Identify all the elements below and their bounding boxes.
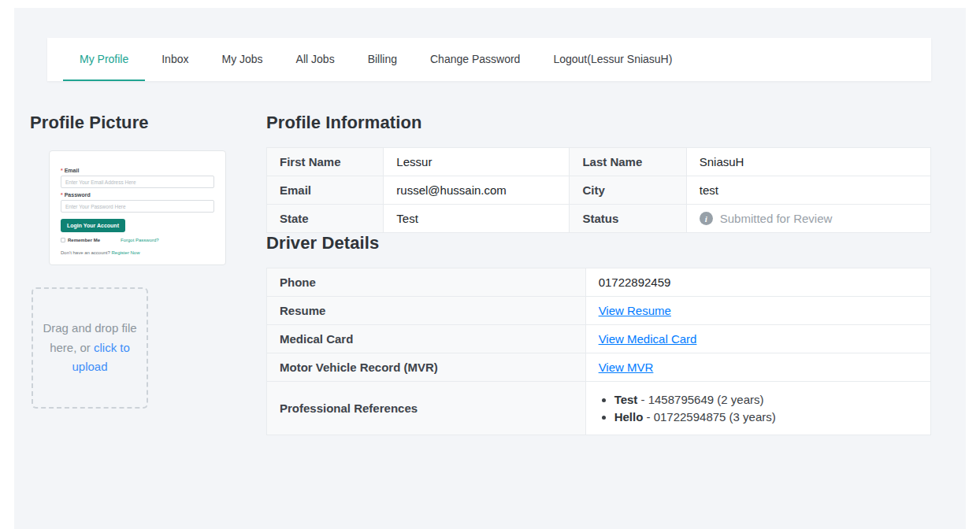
mvr-label: Motor Vehicle Record (MVR) — [267, 353, 586, 382]
driver-details-table: Phone 01722892459 Resume View Resume Med… — [266, 268, 931, 435]
preview-email-input: Enter Your Email Address Here — [61, 176, 214, 188]
status-label: Status — [570, 205, 686, 233]
profile-picture-preview-image: * Email Enter Your Email Address Here * … — [49, 150, 226, 265]
tab-all-jobs[interactable]: All Jobs — [280, 38, 351, 81]
view-resume-link[interactable]: View Resume — [599, 304, 671, 317]
phone-value: 01722892459 — [585, 268, 930, 297]
preview-password-input: Enter Your Password Here — [61, 200, 214, 213]
view-mvr-link[interactable]: View MVR — [599, 361, 654, 374]
medical-card-label: Medical Card — [267, 325, 586, 353]
view-medical-card-link[interactable]: View Medical Card — [599, 332, 697, 346]
content-area: Profile Picture * Email Enter Your Email… — [14, 81, 966, 435]
tab-change-password[interactable]: Change Password — [414, 38, 536, 81]
profile-picture-section: Profile Picture * Email Enter Your Email… — [30, 113, 266, 435]
last-name-value: SniasuH — [686, 148, 930, 176]
file-dropzone[interactable]: Drag and drop file here, or click to upl… — [32, 287, 148, 409]
table-row: State Test Status Submitted for Review — [267, 205, 931, 233]
state-value: Test — [384, 205, 570, 233]
preview-email-label: * Email — [61, 168, 214, 173]
profile-picture-title: Profile Picture — [30, 113, 266, 133]
table-row: Professional References Test - 145879564… — [267, 382, 931, 435]
professional-references-value: Test - 1458795649 (2 years) Hello - 0172… — [585, 382, 930, 435]
last-name-label: Last Name — [570, 148, 686, 176]
preview-register-link: Register Now — [112, 250, 140, 255]
email-label: Email — [267, 176, 384, 205]
table-row: Medical Card View Medical Card — [267, 325, 931, 353]
tab-my-profile[interactable]: My Profile — [63, 38, 145, 81]
medical-card-value: View Medical Card — [585, 325, 930, 353]
checkbox-icon — [61, 238, 65, 242]
status-text: Submitted for Review — [720, 212, 833, 225]
status-badge: Submitted for Review — [700, 212, 918, 225]
profile-information-section: Profile Information First Name Lessur La… — [266, 113, 931, 435]
table-row: Email russel@hussain.com City test — [267, 176, 931, 205]
state-label: State — [267, 205, 384, 233]
first-name-value: Lessur — [384, 148, 570, 176]
list-item: Hello - 01722594875 (3 years) — [614, 410, 918, 424]
preview-register-prompt: Don't have an account? — [61, 250, 110, 255]
info-icon — [700, 212, 713, 225]
preview-remember-row: Remember Me Forgot Password? — [61, 238, 214, 242]
city-value: test — [686, 176, 930, 205]
preview-login-button: Login Your Account — [61, 219, 125, 232]
table-row: First Name Lessur Last Name SniasuH — [267, 148, 931, 176]
list-item: Test - 1458795649 (2 years) — [614, 393, 918, 406]
mvr-value: View MVR — [585, 353, 930, 382]
driver-details-title: Driver Details — [266, 233, 931, 253]
references-list: Test - 1458795649 (2 years) Hello - 0172… — [599, 393, 918, 424]
profile-information-title: Profile Information — [266, 113, 931, 133]
table-row: Motor Vehicle Record (MVR) View MVR — [267, 353, 931, 382]
preview-register-row: Don't have an account? Register Now — [61, 250, 214, 255]
table-row: Resume View Resume — [267, 297, 931, 325]
profile-information-table: First Name Lessur Last Name SniasuH Emai… — [266, 147, 931, 233]
main-nav: My Profile Inbox My Jobs All Jobs Billin… — [47, 38, 931, 81]
tab-inbox[interactable]: Inbox — [145, 38, 205, 81]
phone-label: Phone — [267, 268, 586, 297]
status-value: Submitted for Review — [686, 205, 930, 233]
email-value: russel@hussain.com — [384, 176, 570, 205]
city-label: City — [570, 176, 686, 205]
resume-value: View Resume — [585, 297, 930, 325]
tab-logout[interactable]: Logout(Lessur SniasuH) — [536, 38, 689, 81]
page-background: My Profile Inbox My Jobs All Jobs Billin… — [14, 8, 966, 529]
first-name-label: First Name — [267, 148, 384, 176]
dropzone-text: Drag and drop file here, or click to upl… — [43, 319, 137, 377]
preview-forgot-password-link: Forgot Password? — [121, 238, 159, 242]
table-row: Phone 01722892459 — [267, 268, 931, 297]
preview-remember-label: Remember Me — [68, 238, 100, 242]
tab-billing[interactable]: Billing — [351, 38, 414, 81]
resume-label: Resume — [267, 297, 586, 325]
professional-references-label: Professional References — [267, 382, 586, 435]
preview-password-label: * Password — [61, 192, 214, 198]
tab-my-jobs[interactable]: My Jobs — [205, 38, 279, 81]
